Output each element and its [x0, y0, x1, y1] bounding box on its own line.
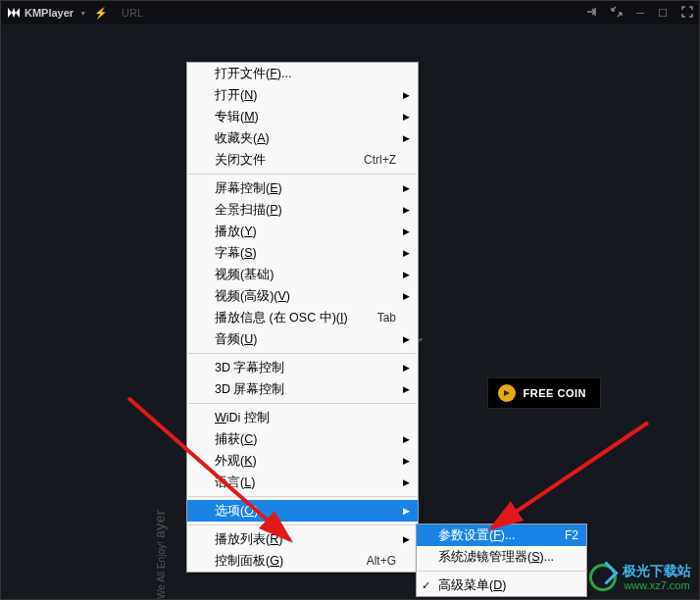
submenu-arrow-icon: ▶	[403, 291, 410, 301]
ctx-item-9[interactable]: 字幕(S)▶	[187, 242, 418, 264]
menu-item-label: 收藏夹(A)	[215, 130, 396, 147]
submenu-arrow-icon: ▶	[403, 477, 410, 487]
ctx-item-23[interactable]: 选项(O)▶	[187, 500, 418, 522]
menu-item-label: 选项(O)	[215, 503, 396, 520]
menu-item-label: 打开文件(F)...	[215, 66, 396, 82]
menu-item-label: 参数设置(F)...	[438, 527, 565, 544]
ctx-item-0[interactable]: 打开文件(F)...	[187, 63, 418, 84]
menu-item-shortcut: F2	[565, 528, 578, 542]
menu-item-label: 字幕(S)	[215, 245, 396, 262]
submenu-arrow-icon: ▶	[403, 384, 410, 394]
submenu-arrow-icon: ▶	[403, 334, 410, 344]
menu-item-label: 视频(基础)	[215, 267, 396, 283]
ctx-item-13[interactable]: 音频(U)▶	[187, 328, 418, 350]
menu-item-label: 播放列表(R)	[215, 531, 396, 548]
ctx-separator	[188, 525, 417, 525]
sub-item-3[interactable]: ✓高级菜单(D)	[417, 575, 586, 596]
menu-item-label: 关闭文件	[215, 152, 364, 169]
collapse-icon[interactable]	[611, 6, 623, 20]
submenu-arrow-icon: ▶	[403, 133, 410, 143]
menu-item-label: 播放(Y)	[215, 224, 396, 240]
fullscreen-icon[interactable]	[681, 6, 693, 20]
menu-item-label: 专辑(M)	[215, 109, 396, 125]
ctx-item-8[interactable]: 播放(Y)▶	[187, 221, 418, 242]
coin-icon	[498, 384, 516, 402]
submenu-arrow-icon: ▶	[403, 183, 410, 193]
sub-separator	[418, 571, 585, 572]
submenu-arrow-icon: ▶	[403, 434, 410, 444]
menu-item-label: 捕获(C)	[215, 431, 396, 448]
freecoin-button[interactable]: FREE COIN	[487, 377, 601, 409]
pin-icon[interactable]	[585, 6, 597, 20]
submenu-arrow-icon: ▶	[403, 112, 410, 122]
menu-item-shortcut: Alt+G	[367, 554, 396, 568]
menu-item-label: 音频(U)	[215, 331, 396, 348]
submenu-arrow-icon: ▶	[403, 205, 410, 215]
ctx-item-21[interactable]: 语言(L)▶	[187, 472, 418, 493]
app-title: KMPlayer	[25, 7, 74, 19]
ctx-separator	[188, 496, 417, 497]
sub-item-1[interactable]: 系统滤镜管理器(S)...	[417, 546, 586, 568]
menu-item-label: 全景扫描(P)	[215, 202, 396, 219]
freecoin-label: FREE COIN	[524, 387, 586, 399]
ctx-item-4[interactable]: 关闭文件Ctrl+Z	[187, 149, 418, 171]
maximize-icon[interactable]: ☐	[658, 7, 668, 20]
ctx-item-25[interactable]: 播放列表(R)▶	[187, 528, 418, 550]
menu-item-shortcut: Tab	[377, 311, 396, 325]
menu-item-label: 视频(高级)(V)	[215, 288, 396, 305]
options-submenu[interactable]: 参数设置(F)...F2系统滤镜管理器(S)...✓高级菜单(D)	[416, 524, 587, 597]
titlebar: KMPlayer ▼ ⚡ URL ─ ☐	[1, 1, 699, 25]
sidebar-brand: We All Enjoy! ayer	[152, 510, 168, 599]
ctx-item-10[interactable]: 视频(基础)▶	[187, 264, 418, 285]
ctx-item-2[interactable]: 专辑(M)▶	[187, 106, 418, 127]
menu-item-label: 播放信息 (在 OSC 中)(I)	[215, 310, 377, 326]
context-menu[interactable]: 打开文件(F)...打开(N)▶专辑(M)▶收藏夹(A)▶关闭文件Ctrl+Z屏…	[186, 62, 419, 573]
app-logo[interactable]: KMPlayer ▼	[7, 7, 86, 19]
check-icon: ✓	[422, 579, 430, 592]
menu-item-label: 高级菜单(D)	[438, 577, 578, 594]
ctx-item-11[interactable]: 视频(高级)(V)▶	[187, 285, 418, 307]
ctx-item-12[interactable]: 播放信息 (在 OSC 中)(I)Tab	[187, 307, 418, 328]
watermark: 极光下载站 www.xz7.com	[589, 564, 691, 591]
menu-item-label: 3D 字幕控制	[215, 360, 396, 376]
ctx-item-26[interactable]: 控制面板(G)Alt+G	[187, 550, 418, 572]
ctx-item-16[interactable]: 3D 屏幕控制▶	[187, 378, 418, 400]
watermark-name: 极光下载站	[623, 564, 691, 578]
sub-item-0[interactable]: 参数设置(F)...F2	[417, 525, 586, 546]
submenu-arrow-icon: ▶	[403, 90, 410, 100]
menu-item-label: 屏幕控制(E)	[215, 180, 396, 197]
ctx-item-3[interactable]: 收藏夹(A)▶	[187, 127, 418, 149]
ctx-item-15[interactable]: 3D 字幕控制▶	[187, 357, 418, 378]
ctx-item-19[interactable]: 捕获(C)▶	[187, 428, 418, 450]
minimize-icon[interactable]: ─	[636, 7, 644, 19]
url-label[interactable]: URL	[122, 7, 143, 19]
menu-item-label: 3D 屏幕控制	[215, 381, 396, 398]
menu-item-shortcut: Ctrl+Z	[364, 153, 396, 167]
caret-down-icon: ▼	[79, 10, 86, 17]
menu-item-label: 外观(K)	[215, 453, 396, 470]
kmplayer-logo-icon	[7, 7, 21, 19]
lightning-icon[interactable]: ⚡	[94, 7, 108, 20]
submenu-arrow-icon: ▶	[403, 363, 410, 373]
submenu-arrow-icon: ▶	[403, 456, 410, 466]
ctx-separator	[188, 174, 417, 175]
ctx-item-7[interactable]: 全景扫描(P)▶	[187, 199, 418, 221]
submenu-arrow-icon: ▶	[403, 270, 410, 279]
submenu-arrow-icon: ▶	[403, 248, 410, 258]
ctx-item-1[interactable]: 打开(N)▶	[187, 84, 418, 106]
submenu-arrow-icon: ▶	[403, 506, 410, 516]
menu-item-label: 系统滤镜管理器(S)...	[438, 549, 578, 566]
ctx-item-18[interactable]: WiDi 控制	[187, 407, 418, 428]
submenu-arrow-icon: ▶	[403, 534, 410, 544]
watermark-url: www.xz7.com	[623, 579, 691, 591]
menu-item-label: 打开(N)	[215, 87, 396, 104]
ctx-item-6[interactable]: 屏幕控制(E)▶	[187, 177, 418, 199]
ctx-separator	[188, 353, 417, 354]
menu-item-label: 语言(L)	[215, 475, 396, 491]
watermark-logo-icon	[589, 564, 617, 591]
submenu-arrow-icon: ▶	[403, 226, 410, 236]
menu-item-label: 控制面板(G)	[215, 553, 367, 570]
menu-item-label: WiDi 控制	[215, 410, 396, 426]
ctx-separator	[188, 403, 417, 404]
ctx-item-20[interactable]: 外观(K)▶	[187, 450, 418, 472]
